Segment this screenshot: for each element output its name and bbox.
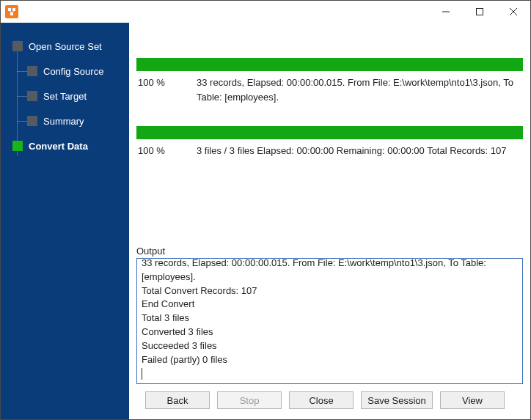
step-box-icon — [27, 116, 37, 126]
step-box-icon — [12, 141, 23, 151]
svg-line-4 — [12, 11, 14, 12]
minimize-button[interactable] — [429, 1, 463, 23]
file-progress-percent: 100 % — [138, 75, 197, 104]
titlebar — [1, 1, 530, 23]
maximize-button[interactable] — [463, 1, 497, 23]
save-session-button[interactable]: Save Session — [361, 391, 433, 409]
output-textarea[interactable]: [employees].33 records, Elapsed: 00:00:0… — [136, 258, 523, 384]
app-window: Open Source Set Config Source Set Target… — [0, 0, 531, 420]
sidebar-item-summary[interactable]: Summary — [1, 111, 129, 131]
file-progress-bar — [136, 58, 523, 71]
sidebar-item-label: Set Target — [43, 91, 87, 102]
main-panel: 100 % 33 records, Elapsed: 00:00:00.015.… — [129, 23, 530, 419]
svg-rect-1 — [12, 8, 15, 11]
button-bar: Back Stop Close Save Session View — [136, 384, 523, 413]
sidebar-item-label: Summary — [43, 116, 84, 127]
sidebar-item-label: Config Source — [43, 66, 103, 77]
window-controls — [429, 1, 530, 23]
close-button[interactable] — [497, 1, 530, 23]
step-box-icon — [27, 91, 37, 101]
svg-rect-2 — [10, 12, 13, 15]
overall-progress-percent: 100 % — [138, 144, 197, 158]
overall-progress-bar — [136, 126, 523, 139]
svg-line-3 — [10, 11, 12, 12]
sidebar-item-label: Open Source Set — [29, 41, 102, 52]
file-progress-row: 100 % 33 records, Elapsed: 00:00:00.015.… — [136, 71, 523, 106]
back-button[interactable]: Back — [145, 391, 210, 409]
sidebar-item-convert-data[interactable]: Convert Data — [1, 136, 129, 156]
sidebar-item-label: Convert Data — [29, 141, 88, 152]
overall-progress-row: 100 % 3 files / 3 files Elapsed: 00:00:0… — [136, 139, 523, 160]
view-button[interactable]: View — [440, 391, 505, 409]
sidebar-item-open-source-set[interactable]: Open Source Set — [1, 36, 129, 56]
app-icon — [5, 5, 18, 18]
stop-button[interactable]: Stop — [217, 391, 282, 409]
sidebar-item-set-target[interactable]: Set Target — [1, 86, 129, 106]
svg-rect-0 — [8, 8, 11, 11]
body: Open Source Set Config Source Set Target… — [1, 23, 530, 419]
svg-rect-6 — [477, 9, 483, 15]
output-label: Output — [136, 246, 523, 257]
sidebar-item-config-source[interactable]: Config Source — [1, 61, 129, 81]
close-app-button[interactable]: Close — [289, 391, 354, 409]
overall-progress-detail: 3 files / 3 files Elapsed: 00:00:00 Rema… — [197, 144, 521, 158]
file-progress-detail: 33 records, Elapsed: 00:00:00.015. From … — [197, 75, 521, 104]
step-box-icon — [27, 66, 37, 76]
step-box-icon — [12, 41, 23, 51]
progress-section: 100 % 33 records, Elapsed: 00:00:00.015.… — [136, 29, 523, 160]
sidebar: Open Source Set Config Source Set Target… — [1, 23, 129, 419]
